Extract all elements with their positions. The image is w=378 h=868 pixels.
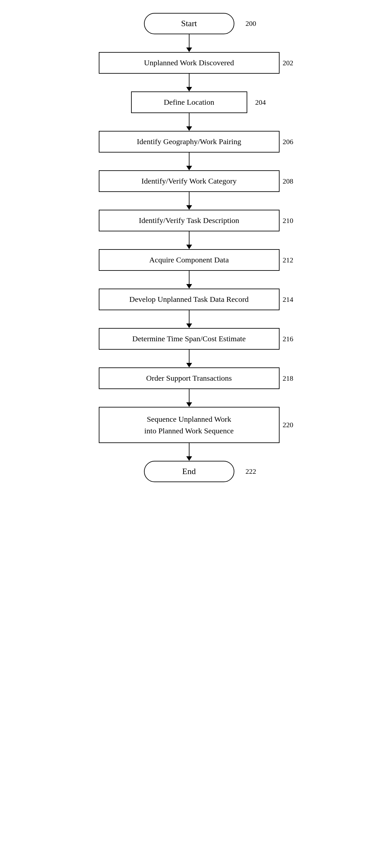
n206-box: Identify Geography/Work Pairing [99, 131, 280, 153]
n218-node: Order Support Transactions [99, 367, 280, 389]
end-ref: 222 [246, 467, 256, 476]
start-label: Start [181, 19, 197, 28]
n214-node: Develop Unplanned Task Data Record [99, 288, 280, 310]
n212-node: Acquire Component Data [99, 249, 280, 271]
n208-label: Identify/Verify Work Category [141, 177, 237, 185]
n210-box: Identify/Verify Task Description [99, 210, 280, 231]
n204-row: Define Location 204 [0, 91, 378, 113]
arrow-10 [0, 389, 378, 407]
n216-row: Determine Time Span/Cost Estimate 216 [0, 328, 378, 350]
arrow-1 [0, 34, 378, 52]
n202-ref: 202 [283, 59, 294, 67]
arrow-2 [0, 74, 378, 91]
n208-ref: 208 [283, 177, 294, 185]
n216-label: Determine Time Span/Cost Estimate [132, 335, 246, 343]
n202-row: Unplanned Work Discovered 202 [0, 52, 378, 74]
n218-row: Order Support Transactions 218 [0, 367, 378, 389]
n208-node: Identify/Verify Work Category [99, 170, 280, 192]
n202-label: Unplanned Work Discovered [144, 59, 234, 67]
n220-node: Sequence Unplanned Workinto Planned Work… [99, 407, 280, 443]
n220-box: Sequence Unplanned Workinto Planned Work… [99, 407, 280, 443]
arrow-11 [0, 443, 378, 461]
end-node: End [144, 461, 234, 482]
n220-ref: 220 [283, 421, 294, 429]
n218-ref: 218 [283, 374, 294, 383]
end-box: End [144, 461, 234, 482]
diagram-container: Start 200 Unplanned Work Discovered 202 [0, 0, 378, 868]
n214-ref: 214 [283, 296, 294, 304]
n208-box: Identify/Verify Work Category [99, 170, 280, 192]
start-ref: 200 [246, 20, 256, 28]
n212-row: Acquire Component Data 212 [0, 249, 378, 271]
n214-label: Develop Unplanned Task Data Record [130, 295, 249, 304]
n202-box: Unplanned Work Discovered [99, 52, 280, 74]
start-box: Start [144, 13, 234, 34]
n214-row: Develop Unplanned Task Data Record 214 [0, 288, 378, 310]
n204-box: Define Location [131, 91, 247, 113]
n212-label: Acquire Component Data [149, 256, 229, 264]
arrow-8 [0, 310, 378, 328]
n212-box: Acquire Component Data [99, 249, 280, 271]
n202-node: Unplanned Work Discovered [99, 52, 280, 74]
n216-ref: 216 [283, 335, 294, 343]
n204-node: Define Location [131, 91, 247, 113]
arrow-6 [0, 231, 378, 249]
n210-ref: 210 [283, 217, 294, 225]
arrow-7 [0, 271, 378, 288]
end-node-row: End 222 [0, 461, 378, 482]
n208-row: Identify/Verify Work Category 208 [0, 170, 378, 192]
n216-node: Determine Time Span/Cost Estimate [99, 328, 280, 350]
n220-label: Sequence Unplanned Workinto Planned Work… [144, 415, 234, 435]
arrow-5 [0, 192, 378, 210]
n218-box: Order Support Transactions [99, 367, 280, 389]
n206-label: Identify Geography/Work Pairing [137, 137, 241, 146]
n216-box: Determine Time Span/Cost Estimate [99, 328, 280, 350]
start-node: Start [144, 13, 234, 34]
n218-label: Order Support Transactions [146, 374, 232, 382]
end-label: End [182, 467, 196, 476]
flow-wrapper: Start 200 Unplanned Work Discovered 202 [0, 13, 378, 482]
n220-row: Sequence Unplanned Workinto Planned Work… [0, 407, 378, 443]
n210-row: Identify/Verify Task Description 210 [0, 210, 378, 231]
n206-row: Identify Geography/Work Pairing 206 [0, 131, 378, 153]
arrow-4 [0, 153, 378, 170]
arrow-9 [0, 350, 378, 367]
start-node-row: Start 200 [0, 13, 378, 34]
n204-ref: 204 [255, 98, 266, 106]
arrow-3 [0, 113, 378, 131]
n214-box: Develop Unplanned Task Data Record [99, 288, 280, 310]
n206-node: Identify Geography/Work Pairing [99, 131, 280, 153]
n206-ref: 206 [283, 138, 294, 146]
n210-label: Identify/Verify Task Description [139, 216, 239, 225]
n212-ref: 212 [283, 256, 294, 265]
n210-node: Identify/Verify Task Description [99, 210, 280, 231]
n204-label: Define Location [164, 98, 214, 106]
